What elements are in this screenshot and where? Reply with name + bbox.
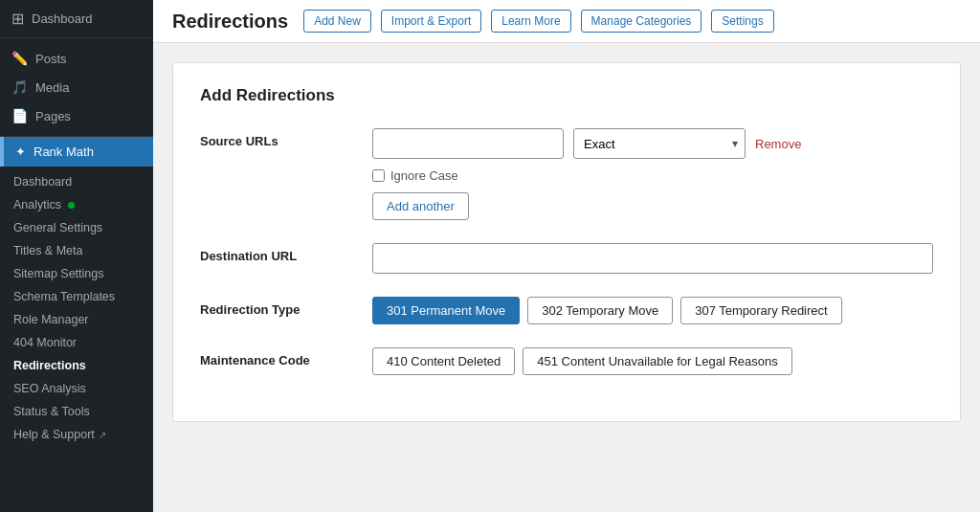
sidebar-item-role-manager[interactable]: Role Manager: [0, 308, 153, 331]
maintenance-codes-group: 410 Content Deleted 451 Content Unavaila…: [372, 347, 933, 375]
sidebar-item-analytics[interactable]: Analytics: [0, 193, 153, 216]
ignore-case-checkbox[interactable]: [372, 169, 385, 182]
sidebar-404-label: 404 Monitor: [13, 336, 77, 349]
sidebar-item-posts[interactable]: ✏️ Posts: [0, 44, 153, 73]
sidebar-item-media[interactable]: 🎵 Media: [0, 73, 153, 101]
source-urls-label: Source URLs: [200, 128, 353, 148]
destination-url-label: Destination URL: [200, 243, 353, 263]
redirection-type-row: Redirection Type 301 Permanent Move 302 …: [200, 297, 933, 324]
sidebar-item-dashboard[interactable]: Dashboard: [0, 170, 153, 193]
sidebar-item-schema-templates[interactable]: Schema Templates: [0, 285, 153, 308]
add-another-button[interactable]: Add another: [372, 192, 469, 220]
sidebar-item-titles-meta[interactable]: Titles & Meta: [0, 239, 153, 262]
redirect-307-button[interactable]: 307 Temporary Redirect: [680, 297, 842, 324]
sidebar-analytics-label: Analytics: [13, 198, 61, 211]
maintenance-code-label: Maintenance Code: [200, 347, 353, 367]
destination-url-row: Destination URL: [200, 243, 933, 274]
sidebar-help-label: Help & Support: [13, 428, 95, 441]
external-link-icon: ↗: [99, 430, 106, 440]
destination-url-input[interactable]: [372, 243, 933, 274]
sidebar-item-status-tools[interactable]: Status & Tools: [0, 400, 153, 423]
ignore-case-label: Ignore Case: [390, 168, 458, 183]
media-icon: 🎵: [11, 79, 28, 95]
remove-link[interactable]: Remove: [755, 137, 801, 151]
match-type-select-wrapper: Exact Prefix Regex: [573, 128, 746, 159]
form-card-title: Add Redirections: [200, 86, 933, 105]
sidebar: ⊞ Dashboard ✏️ Posts 🎵 Media 📄 Pages ✦ R…: [0, 0, 153, 512]
top-header: Redirections Add New Import & Export Lea…: [153, 0, 980, 43]
source-url-input-row: Exact Prefix Regex Remove: [372, 128, 933, 159]
sidebar-status-label: Status & Tools: [13, 405, 90, 418]
sidebar-dashboard-header[interactable]: ⊞ Dashboard: [0, 0, 153, 38]
sidebar-top-links: ✏️ Posts 🎵 Media 📄 Pages: [0, 38, 153, 137]
sidebar-dashboard-label: Dashboard: [32, 11, 93, 26]
sidebar-item-help-support[interactable]: Help & Support ↗: [0, 423, 153, 446]
analytics-dot: [68, 202, 75, 209]
sidebar-item-sitemap-settings[interactable]: Sitemap Settings: [0, 262, 153, 285]
sidebar-redirections-label: Redirections: [13, 359, 86, 372]
sidebar-submenu: Dashboard Analytics General Settings Tit…: [0, 167, 153, 450]
redirect-302-button[interactable]: 302 Temporary Move: [527, 297, 673, 324]
settings-button[interactable]: Settings: [711, 10, 773, 33]
sidebar-dashboard-sub-label: Dashboard: [13, 175, 72, 189]
page-title: Redirections: [172, 11, 288, 33]
sidebar-item-general-settings[interactable]: General Settings: [0, 216, 153, 239]
redirection-type-controls: 301 Permanent Move 302 Temporary Move 30…: [372, 297, 933, 324]
sidebar-schema-label: Schema Templates: [13, 290, 115, 303]
posts-icon: ✏️: [11, 51, 28, 66]
source-urls-row: Source URLs Exact Prefix Regex Remove: [200, 128, 933, 220]
redirect-301-button[interactable]: 301 Permanent Move: [372, 297, 520, 324]
code-410-button[interactable]: 410 Content Deleted: [372, 347, 515, 375]
sidebar-role-manager-label: Role Manager: [13, 313, 89, 326]
rank-math-icon: ✦: [15, 145, 26, 159]
add-redirections-card: Add Redirections Source URLs Exact Prefi…: [172, 62, 961, 422]
sidebar-titles-meta-label: Titles & Meta: [13, 244, 82, 257]
code-451-button[interactable]: 451 Content Unavailable for Legal Reason…: [523, 347, 792, 375]
sidebar-posts-label: Posts: [35, 52, 67, 66]
sidebar-item-pages[interactable]: 📄 Pages: [0, 101, 153, 130]
redirection-type-label: Redirection Type: [200, 297, 353, 317]
sidebar-sitemap-label: Sitemap Settings: [13, 267, 104, 280]
main-area: Redirections Add New Import & Export Lea…: [153, 0, 980, 512]
sidebar-rank-math[interactable]: ✦ Rank Math: [0, 137, 153, 167]
sidebar-item-404-monitor[interactable]: 404 Monitor: [0, 331, 153, 354]
sidebar-rank-math-label: Rank Math: [33, 145, 94, 159]
maintenance-code-row: Maintenance Code 410 Content Deleted 451…: [200, 347, 933, 375]
maintenance-code-controls: 410 Content Deleted 451 Content Unavaila…: [372, 347, 933, 375]
manage-categories-button[interactable]: Manage Categories: [581, 10, 702, 33]
add-new-button[interactable]: Add New: [303, 10, 371, 33]
destination-url-controls: [372, 243, 933, 274]
sidebar-item-redirections[interactable]: Redirections: [0, 354, 153, 377]
sidebar-item-seo-analysis[interactable]: SEO Analysis: [0, 377, 153, 400]
content-area: Add Redirections Source URLs Exact Prefi…: [153, 43, 980, 512]
redirect-types-group: 301 Permanent Move 302 Temporary Move 30…: [372, 297, 933, 324]
source-urls-controls: Exact Prefix Regex Remove Ignore Case Ad…: [372, 128, 933, 220]
match-type-select[interactable]: Exact Prefix Regex: [573, 128, 746, 159]
sidebar-seo-label: SEO Analysis: [13, 382, 86, 395]
import-export-button[interactable]: Import & Export: [381, 10, 481, 33]
dashboard-icon: ⊞: [11, 10, 24, 28]
source-url-input[interactable]: [372, 128, 564, 159]
ignore-case-row: Ignore Case: [372, 168, 933, 183]
sidebar-general-settings-label: General Settings: [13, 221, 102, 234]
learn-more-button[interactable]: Learn More: [491, 10, 570, 33]
sidebar-pages-label: Pages: [35, 109, 71, 123]
pages-icon: 📄: [11, 108, 28, 123]
sidebar-media-label: Media: [35, 80, 69, 95]
